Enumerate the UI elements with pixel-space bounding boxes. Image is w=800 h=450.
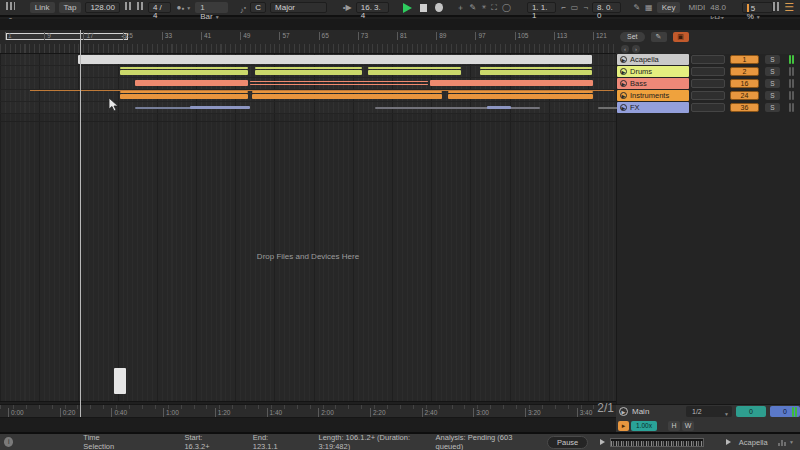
- clip[interactable]: [78, 55, 592, 64]
- preview-track-play-icon[interactable]: [726, 439, 731, 445]
- track-name[interactable]: ▶FX: [617, 102, 689, 113]
- follow-playhead-icon[interactable]: •▶: [343, 2, 352, 13]
- key-root-field[interactable]: C: [250, 2, 266, 13]
- scale-name-field[interactable]: Major: [270, 2, 327, 13]
- cpu-meter[interactable]: 5 %▼: [742, 2, 773, 13]
- clip[interactable]: [480, 67, 592, 69]
- info-icon[interactable]: i: [4, 437, 13, 447]
- draw-automation-icon[interactable]: ✎: [633, 2, 640, 13]
- nudge-down-icon[interactable]: [125, 2, 132, 13]
- track-activator-button[interactable]: 16: [730, 79, 759, 88]
- track-name[interactable]: ▶Bass: [617, 78, 689, 89]
- clip[interactable]: [252, 91, 442, 93]
- scale-icon[interactable]: ♪●: [240, 2, 246, 13]
- set-button[interactable]: Set: [620, 32, 645, 42]
- tempo-field[interactable]: 128.00: [85, 2, 119, 13]
- computer-midi-keyboard-icon[interactable]: ▦: [645, 2, 653, 13]
- automation-reenable-icon[interactable]: ◯: [502, 2, 511, 13]
- track-lane[interactable]: [0, 90, 616, 102]
- track-lane[interactable]: [0, 66, 616, 78]
- clip[interactable]: [135, 80, 248, 86]
- layout-toggle-icon[interactable]: ▼: [6, 2, 20, 13]
- track-activator-button[interactable]: 2: [730, 67, 759, 76]
- loop-switch-icon[interactable]: ▭: [571, 2, 579, 13]
- clip[interactable]: [120, 91, 248, 93]
- menu-icon[interactable]: ☰: [784, 1, 794, 14]
- track-header[interactable]: ▶FX36S: [617, 102, 800, 114]
- clip[interactable]: [368, 70, 461, 75]
- nudge-up-icon[interactable]: [137, 2, 144, 13]
- loop-start-field[interactable]: 1. 1. 1: [527, 2, 556, 13]
- loop-length-field[interactable]: 8. 0. 0: [592, 2, 621, 13]
- capture-midi-icon[interactable]: ✳: [481, 2, 486, 13]
- solo-button[interactable]: S: [765, 55, 780, 64]
- track-activator-button[interactable]: 24: [730, 91, 759, 100]
- clip[interactable]: [255, 67, 362, 69]
- time-ruler[interactable]: 0:000:200:401:001:201:402:002:202:403:00…: [0, 404, 616, 418]
- solo-button[interactable]: S: [765, 91, 780, 100]
- clip[interactable]: [255, 70, 362, 75]
- bar-ruler[interactable]: 191725334149576573818997105113121: [0, 30, 616, 54]
- track-freeze-slot[interactable]: [691, 103, 725, 112]
- track-freeze-slot[interactable]: [691, 79, 725, 88]
- link-button[interactable]: Link: [30, 2, 55, 13]
- solo-button[interactable]: S: [765, 103, 780, 112]
- clip[interactable]: [250, 81, 428, 82]
- solo-button[interactable]: S: [765, 79, 780, 88]
- clip[interactable]: [430, 80, 593, 86]
- preview-caret-icon[interactable]: ▼: [789, 439, 794, 445]
- playhead[interactable]: [80, 30, 81, 417]
- overdub-icon[interactable]: ＋: [457, 2, 465, 13]
- clip[interactable]: [487, 106, 511, 109]
- group-unfold-icon[interactable]: ▶: [620, 68, 627, 75]
- forward-arrow-button[interactable]: ›: [632, 45, 640, 53]
- track-freeze-slot[interactable]: [691, 67, 725, 76]
- width-optimize-button[interactable]: W: [682, 421, 694, 431]
- track-name[interactable]: ▶Acapella: [617, 54, 689, 65]
- track-header[interactable]: ▶Instruments24S: [617, 90, 800, 102]
- punch-out-icon[interactable]: ¬: [583, 2, 588, 13]
- pause-analysis-button[interactable]: Pause: [547, 436, 588, 449]
- clip[interactable]: [480, 70, 592, 75]
- arrangement-empty-area[interactable]: Drop Files and Devices Here: [0, 114, 616, 402]
- main-track-name[interactable]: Main: [632, 407, 649, 416]
- preview-speaker-icon[interactable]: ▸: [618, 421, 629, 431]
- loop-brace[interactable]: [6, 33, 128, 40]
- track-activator-button[interactable]: 36: [730, 103, 759, 112]
- clip[interactable]: [120, 70, 248, 75]
- group-unfold-icon[interactable]: ▶: [620, 56, 627, 63]
- clip[interactable]: [252, 94, 442, 99]
- track-name[interactable]: ▶Drums: [617, 66, 689, 77]
- punch-in-icon[interactable]: ⌐: [561, 2, 566, 13]
- metronome-icon[interactable]: ●●▼: [176, 2, 191, 13]
- pencil-button[interactable]: ✎: [651, 32, 667, 42]
- clip[interactable]: [120, 67, 248, 69]
- preview-play-icon[interactable]: [600, 439, 605, 445]
- quantize-menu[interactable]: 1 Bar▼: [195, 2, 228, 13]
- capture-button[interactable]: ▣: [673, 32, 689, 42]
- preview-waveform[interactable]: [610, 438, 704, 447]
- track-lane[interactable]: [0, 54, 616, 66]
- track-lane[interactable]: [0, 78, 616, 90]
- main-value-a[interactable]: 0: [736, 406, 766, 417]
- stop-button[interactable]: [420, 4, 427, 12]
- clip[interactable]: [250, 84, 428, 85]
- follow-icon[interactable]: ⛶: [491, 2, 497, 13]
- play-button[interactable]: [403, 3, 412, 13]
- dragged-clip-ghost[interactable]: [114, 368, 126, 394]
- clip[interactable]: [368, 67, 461, 69]
- grid-size-dropdown[interactable]: 1/2▼: [686, 406, 732, 417]
- arrangement-position-field[interactable]: 16. 3. 4: [356, 2, 389, 13]
- track-lanes[interactable]: [0, 54, 616, 114]
- clip[interactable]: [190, 106, 250, 109]
- track-freeze-slot[interactable]: [691, 91, 725, 100]
- track-activator-button[interactable]: 1: [730, 55, 759, 64]
- clip[interactable]: [120, 94, 248, 99]
- playback-speed-field[interactable]: 1.00x: [631, 421, 657, 431]
- clip[interactable]: [375, 107, 540, 109]
- track-name[interactable]: ▶Instruments: [617, 90, 689, 101]
- group-unfold-icon[interactable]: ▶: [620, 92, 627, 99]
- draw-mode-icon[interactable]: ✎: [470, 2, 477, 13]
- record-button[interactable]: [435, 3, 443, 12]
- height-optimize-button[interactable]: H: [668, 421, 680, 431]
